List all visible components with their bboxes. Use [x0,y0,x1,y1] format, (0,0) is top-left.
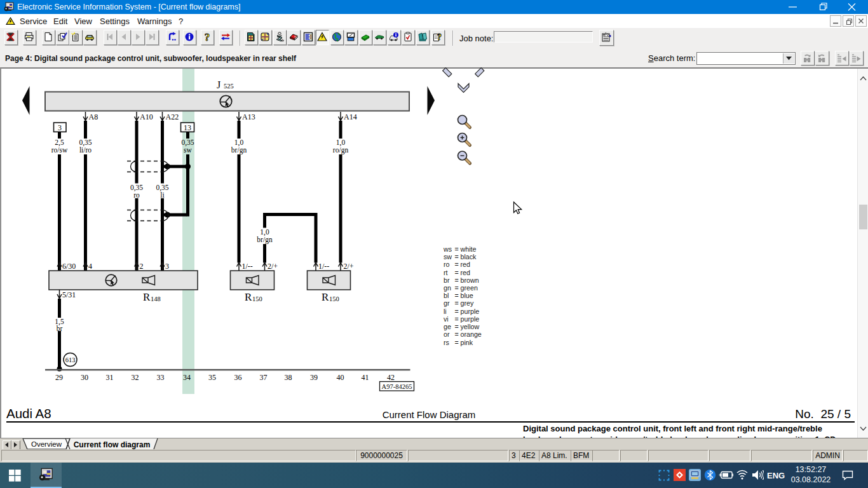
svg-text:pink: pink [461,339,473,346]
svg-text:vi: vi [444,315,449,323]
svg-text:li/ro: li/ro [79,146,92,154]
svg-text:A13: A13 [242,112,255,121]
svg-text:A22: A22 [166,112,179,121]
svg-text:R: R [322,291,329,303]
svg-text:=: = [455,253,459,261]
svg-text:=: = [455,339,459,346]
svg-text:A14: A14 [344,112,357,121]
svg-text:6/30: 6/30 [62,262,76,271]
svg-text:bl: bl [444,292,449,299]
svg-text:=: = [455,269,459,276]
svg-text:purple: purple [461,308,480,315]
svg-text:ro: ro [444,261,450,268]
svg-text:black: black [461,253,477,261]
svg-text:=: = [455,292,459,299]
svg-text:35: 35 [208,373,216,382]
svg-text:39: 39 [310,373,318,382]
svg-text:33: 33 [157,373,165,382]
svg-text:148: 148 [151,295,161,302]
svg-text:orange: orange [461,330,482,338]
svg-text:A10: A10 [140,112,153,121]
svg-text:2/+: 2/+ [344,262,354,271]
svg-text:R: R [143,291,151,303]
svg-text:5/31: 5/31 [62,290,76,299]
svg-text:ro/gn: ro/gn [333,146,349,154]
svg-text:or: or [444,330,450,338]
svg-text:sw: sw [184,146,192,154]
svg-text:gr: gr [444,299,450,307]
svg-text:A8: A8 [89,112,98,121]
svg-text:Overview: Overview [31,440,62,448]
svg-text:J: J [217,79,220,90]
svg-text:rs: rs [444,339,449,346]
svg-text:30: 30 [81,373,88,382]
svg-text:=: = [455,308,459,315]
svg-text:=: = [455,284,459,292]
svg-text:rt: rt [444,269,448,276]
svg-text:3: 3 [165,262,169,271]
svg-text:41: 41 [362,373,369,382]
svg-text:?: ? [205,32,210,42]
svg-text:red: red [461,261,471,268]
svg-text:37: 37 [260,373,268,382]
svg-text:2/+: 2/+ [268,262,278,271]
svg-text:ge: ge [444,323,451,330]
svg-text:=: = [455,315,459,323]
svg-text:29: 29 [55,373,63,382]
svg-text:=: = [455,276,459,284]
svg-text:yellow: yellow [461,323,480,330]
svg-text:br: br [57,325,63,332]
svg-text:br/gn: br/gn [231,146,247,154]
svg-text:li: li [160,191,164,199]
svg-text:4: 4 [88,262,92,271]
svg-text:31: 31 [106,373,114,382]
svg-text:ws: ws [443,245,452,253]
svg-text:2: 2 [140,262,144,271]
svg-text:sw: sw [444,253,452,261]
svg-text:13: 13 [184,123,191,132]
svg-text:blue: blue [461,292,473,299]
svg-text:=: = [455,299,459,307]
svg-text:brown: brown [461,276,479,284]
svg-text:grey: grey [461,299,474,307]
svg-text:1/--: 1/-- [318,262,329,271]
svg-text:=: = [455,330,459,338]
svg-text:42: 42 [387,373,395,382]
svg-text:38: 38 [285,373,292,382]
svg-text:40: 40 [337,373,344,382]
svg-text:purple: purple [461,315,480,323]
svg-text:ro/sw: ro/sw [51,146,68,154]
svg-text:=: = [455,261,459,268]
svg-text:=: = [455,245,459,253]
svg-text:green: green [461,284,478,292]
svg-text:Current flow diagram: Current flow diagram [74,440,151,449]
svg-text:1/--: 1/-- [242,262,253,271]
svg-text:red: red [461,269,471,276]
svg-text:ro: ro [133,191,140,199]
svg-text:36: 36 [234,373,242,382]
svg-text:150: 150 [329,295,339,302]
svg-text:3: 3 [58,123,62,132]
svg-text:?: ? [437,32,442,42]
svg-text:525: 525 [224,83,234,90]
svg-text:150: 150 [252,295,262,302]
svg-text:br/gn: br/gn [257,236,273,244]
svg-text:=: = [455,323,459,330]
svg-text:R: R [245,291,252,303]
svg-text:gn: gn [444,284,451,292]
svg-text:white: white [460,245,477,253]
svg-text:32: 32 [132,373,139,382]
svg-text:613: 613 [65,356,76,363]
svg-text:li: li [444,308,447,315]
svg-text:A97-84265: A97-84265 [382,383,412,390]
svg-text:34: 34 [183,373,191,382]
svg-text:br: br [444,276,450,284]
